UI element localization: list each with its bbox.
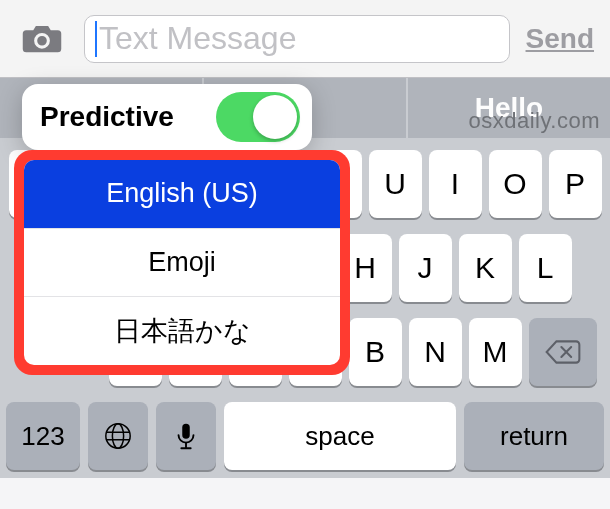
key-row-bottom: 123 space return xyxy=(6,402,604,470)
key-n[interactable]: N xyxy=(409,318,462,386)
language-popover-highlight: English (US) Emoji 日本語かな xyxy=(14,150,350,375)
key-return[interactable]: return xyxy=(464,402,604,470)
camera-icon[interactable] xyxy=(12,18,72,60)
toggle-knob xyxy=(253,95,297,139)
predictive-label: Predictive xyxy=(40,101,174,133)
key-space[interactable]: space xyxy=(224,402,456,470)
key-p[interactable]: P xyxy=(549,150,602,218)
key-globe[interactable] xyxy=(88,402,148,470)
text-cursor xyxy=(95,21,97,57)
svg-rect-2 xyxy=(182,424,190,439)
send-button[interactable]: Send xyxy=(522,19,598,59)
key-dictation[interactable] xyxy=(156,402,216,470)
compose-bar: Text Message Send xyxy=(0,0,610,78)
key-b[interactable]: B xyxy=(349,318,402,386)
language-item-emoji[interactable]: Emoji xyxy=(24,228,340,297)
predictive-toggle[interactable] xyxy=(216,92,300,142)
key-j[interactable]: J xyxy=(399,234,452,302)
key-m[interactable]: M xyxy=(469,318,522,386)
language-item-english[interactable]: English (US) xyxy=(24,160,340,228)
key-k[interactable]: K xyxy=(459,234,512,302)
language-item-japanese[interactable]: 日本語かな xyxy=(24,296,340,365)
key-l[interactable]: L xyxy=(519,234,572,302)
svg-point-1 xyxy=(112,424,123,448)
key-i[interactable]: I xyxy=(429,150,482,218)
key-delete[interactable] xyxy=(529,318,597,386)
message-input[interactable]: Text Message xyxy=(84,15,510,63)
message-placeholder: Text Message xyxy=(99,20,296,57)
key-o[interactable]: O xyxy=(489,150,542,218)
key-numbers[interactable]: 123 xyxy=(6,402,80,470)
svg-point-0 xyxy=(106,424,130,448)
watermark-text: osxdaily.com xyxy=(468,108,600,134)
predictive-popover: Predictive xyxy=(22,84,312,150)
language-popover: English (US) Emoji 日本語かな xyxy=(24,160,340,365)
key-u[interactable]: U xyxy=(369,150,422,218)
